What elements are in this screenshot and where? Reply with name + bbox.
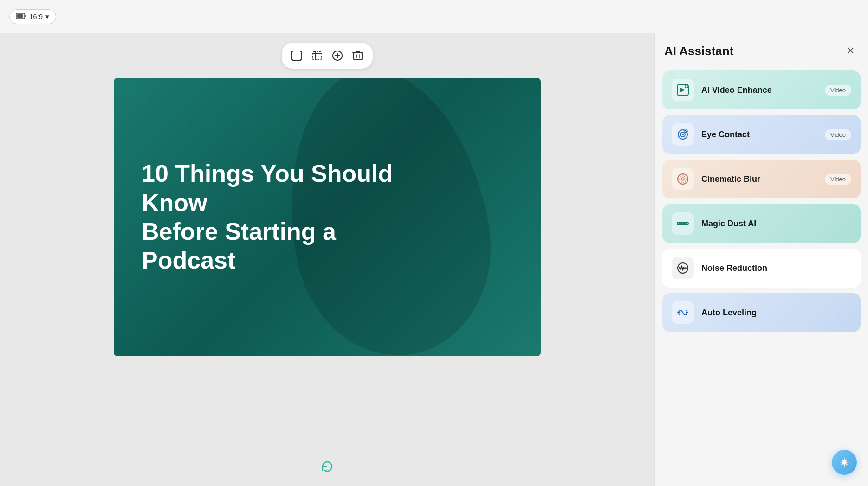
delete-button[interactable]: [349, 46, 367, 65]
svg-point-12: [682, 134, 684, 135]
select-button[interactable]: [287, 46, 306, 65]
add-button[interactable]: [328, 46, 347, 65]
panel-header: AI Assistant ✕: [662, 43, 861, 59]
card-badge-eye-contact: Video: [825, 129, 851, 140]
card-icon-eye-contact: [672, 123, 694, 146]
aspect-ratio-label: 16:9: [29, 13, 43, 20]
svg-rect-7: [354, 53, 362, 60]
card-noise-reduction[interactable]: Noise Reduction: [662, 249, 861, 288]
chevron-icon: ▾: [45, 13, 49, 21]
card-title-magic-dust-ai: Magic Dust AI: [701, 219, 851, 229]
preview-area: 10 Things You Should Know Before Startin…: [0, 33, 654, 486]
card-title-auto-leveling: Auto Leveling: [701, 308, 851, 318]
ai-cards-list: AI Video Enhance Video Eye Contact Video: [662, 70, 861, 332]
card-magic-dust-ai[interactable]: Magic Dust AI: [662, 204, 861, 243]
card-badge-cinematic-blur: Video: [825, 174, 851, 185]
ai-fab-button[interactable]: [832, 450, 857, 475]
main-layout: 10 Things You Should Know Before Startin…: [0, 33, 868, 486]
video-preview: 10 Things You Should Know Before Startin…: [114, 78, 541, 356]
close-button[interactable]: ✕: [842, 43, 859, 59]
svg-rect-3: [292, 51, 301, 60]
toolbar: [282, 43, 373, 69]
card-title-cinematic-blur: Cinematic Blur: [701, 174, 817, 184]
svg-rect-2: [25, 15, 26, 17]
battery-icon: [16, 13, 26, 20]
card-eye-contact[interactable]: Eye Contact Video: [662, 115, 861, 154]
card-icon-auto-leveling: [672, 301, 694, 324]
svg-point-18: [679, 223, 680, 224]
svg-point-19: [686, 223, 687, 224]
card-auto-leveling[interactable]: Auto Leveling: [662, 293, 861, 332]
refresh-button[interactable]: [320, 459, 335, 477]
card-icon-noise-reduction: [672, 257, 694, 279]
card-icon-cinematic-blur: [672, 168, 694, 190]
svg-point-15: [680, 176, 686, 182]
svg-point-16: [681, 178, 684, 180]
card-icon-ai-video-enhance: [672, 79, 694, 101]
svg-rect-4: [292, 51, 301, 60]
crop-button[interactable]: [308, 46, 326, 65]
card-icon-magic-dust-ai: [672, 212, 694, 235]
top-bar: 16:9 ▾: [0, 0, 868, 33]
video-title-text: 10 Things You Should Know Before Startin…: [114, 131, 429, 303]
card-title-noise-reduction: Noise Reduction: [701, 263, 851, 273]
card-badge-ai-video-enhance: Video: [825, 85, 851, 96]
card-cinematic-blur[interactable]: Cinematic Blur Video: [662, 160, 861, 198]
card-title-ai-video-enhance: AI Video Enhance: [701, 85, 817, 95]
panel-title: AI Assistant: [664, 44, 733, 58]
right-panel: AI Assistant ✕ AI Video Enhance Video: [654, 33, 868, 486]
card-ai-video-enhance[interactable]: AI Video Enhance Video: [662, 70, 861, 109]
card-title-eye-contact: Eye Contact: [701, 130, 817, 140]
svg-rect-5: [313, 51, 321, 60]
svg-rect-1: [17, 14, 23, 18]
aspect-ratio-button[interactable]: 16:9 ▾: [9, 9, 56, 24]
